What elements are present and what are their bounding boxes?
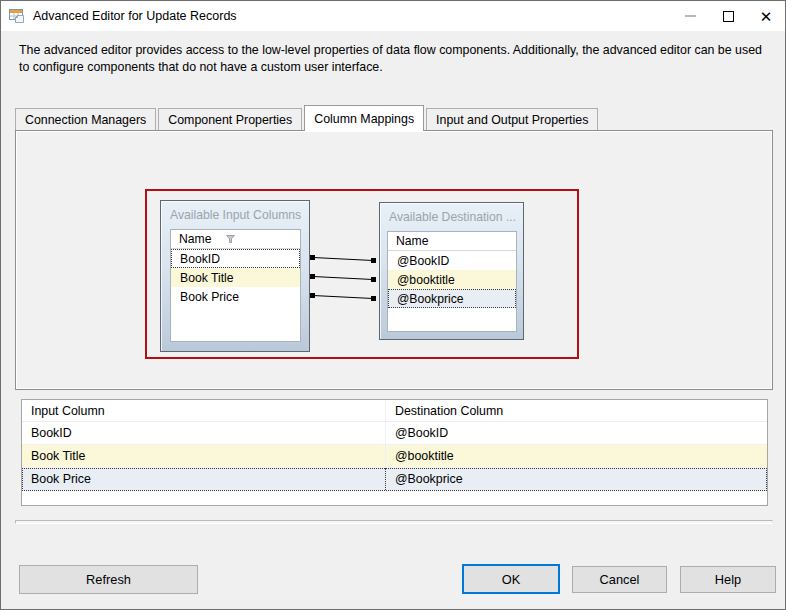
tab-strip: Connection Managers Component Properties…: [15, 107, 600, 130]
list-item[interactable]: Book Price: [171, 287, 300, 306]
input-column-list: Name BookID Book Title Book Price: [170, 229, 301, 342]
table-row[interactable]: Book Price @Bookprice: [22, 468, 767, 491]
cancel-button[interactable]: Cancel: [572, 566, 667, 593]
filter-icon: [226, 235, 235, 243]
column-header-destination[interactable]: Destination Column: [385, 400, 767, 421]
destination-list-header[interactable]: Name: [388, 232, 516, 251]
refresh-button[interactable]: Refresh: [19, 565, 198, 594]
tab-component-properties[interactable]: Component Properties: [158, 108, 302, 130]
destination-column-list: Name @BookID @booktitle @Bookprice: [387, 231, 517, 332]
column-mappings-panel: Available Input Columns Name BookID Book…: [15, 130, 773, 390]
list-item[interactable]: Book Title: [171, 268, 300, 287]
destination-header-label: Name: [396, 234, 429, 248]
app-icon: [9, 8, 26, 24]
maximize-icon: [723, 11, 734, 22]
tab-input-output-properties[interactable]: Input and Output Properties: [426, 108, 598, 130]
list-item[interactable]: @Bookprice: [388, 289, 516, 308]
close-button[interactable]: ✕: [747, 1, 785, 31]
destination-table-title: Available Destination ...: [389, 210, 519, 224]
column-header-input[interactable]: Input Column: [22, 400, 385, 421]
tab-column-mappings[interactable]: Column Mappings: [304, 105, 424, 131]
help-button[interactable]: Help: [680, 566, 776, 593]
dialog-description: The advanced editor provides access to t…: [19, 42, 767, 76]
input-header-label: Name: [179, 232, 212, 246]
titlebar: Advanced Editor for Update Records ✕: [1, 1, 785, 31]
input-table-title: Available Input Columns: [170, 208, 305, 222]
tab-connection-managers[interactable]: Connection Managers: [15, 108, 156, 130]
minimize-icon: [685, 15, 696, 17]
input-cell: Book Title: [22, 445, 385, 467]
window-title: Advanced Editor for Update Records: [33, 9, 237, 23]
close-icon: ✕: [760, 9, 773, 24]
destination-cell: @booktitle: [385, 445, 767, 467]
table-row[interactable]: Book Title @booktitle: [22, 445, 767, 468]
ok-button[interactable]: OK: [462, 564, 560, 594]
input-list-header[interactable]: Name: [171, 230, 300, 249]
input-cell: BookID: [22, 422, 385, 444]
list-item[interactable]: BookID: [171, 249, 300, 268]
mapping-grid-header: Input Column Destination Column: [22, 400, 767, 422]
separator-groove: [15, 520, 773, 524]
destination-cell: @BookID: [385, 422, 767, 444]
list-item[interactable]: @BookID: [388, 251, 516, 270]
window-controls: ✕: [671, 1, 785, 31]
available-input-columns-table[interactable]: Available Input Columns Name BookID Book…: [160, 200, 310, 352]
mapping-grid: Input Column Destination Column BookID @…: [21, 399, 768, 506]
available-destination-columns-table[interactable]: Available Destination ... Name @BookID @…: [379, 202, 524, 340]
minimize-button: [671, 1, 709, 31]
input-cell: Book Price: [22, 468, 385, 490]
list-item[interactable]: @booktitle: [388, 270, 516, 289]
advanced-editor-dialog: Advanced Editor for Update Records ✕ The…: [0, 0, 786, 610]
destination-cell: @Bookprice: [385, 468, 767, 490]
maximize-button[interactable]: [709, 1, 747, 31]
table-row[interactable]: BookID @BookID: [22, 422, 767, 445]
